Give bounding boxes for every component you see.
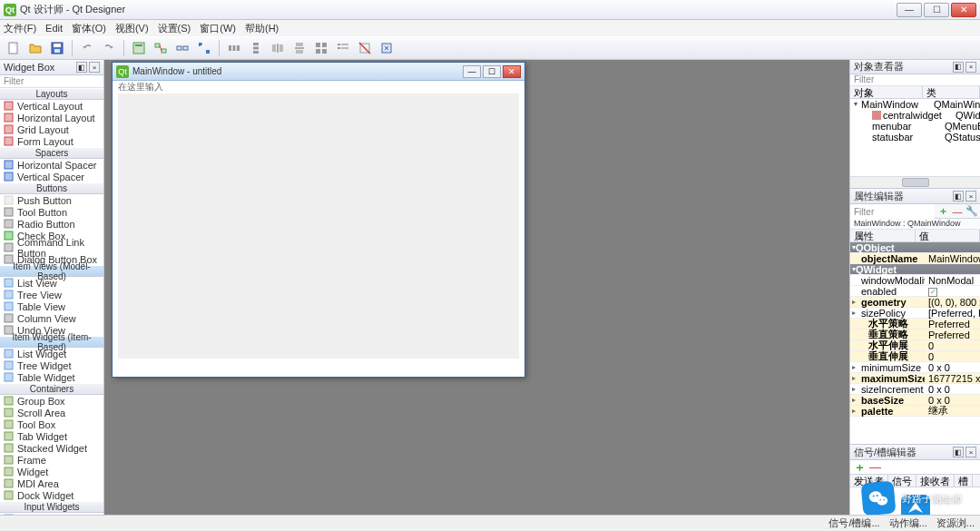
design-max-button[interactable]: ☐ [483, 65, 501, 78]
widget-category[interactable]: Buttons [0, 182, 103, 194]
new-file-button[interactable] [4, 38, 24, 58]
oi-col-class[interactable]: 类 [923, 86, 980, 98]
pe-float-button[interactable]: ◧ [953, 191, 964, 202]
status-tab-resources[interactable]: 资源浏... [936, 516, 975, 530]
widget-item[interactable]: Stacked Widget [0, 442, 103, 454]
remove-signal-button[interactable]: — [869, 460, 881, 474]
save-button[interactable] [47, 38, 67, 58]
object-inspector-filter[interactable]: Filter [850, 74, 980, 86]
menu-item[interactable]: 窗口(W) [200, 22, 236, 35]
se-float-button[interactable]: ◧ [953, 447, 964, 457]
property-row[interactable]: ▸sizeIncrement0 x 0 [850, 384, 980, 395]
oi-close-button[interactable]: × [965, 62, 976, 73]
widget-item[interactable]: Tree View [0, 289, 103, 300]
menu-item[interactable]: 窗体(O) [72, 22, 106, 35]
widget-item[interactable]: Group Box [0, 395, 103, 407]
adjust-size-button[interactable] [377, 38, 397, 58]
design-min-button[interactable]: — [463, 65, 481, 78]
widget-item[interactable]: Grid Layout [0, 123, 103, 135]
signal-col[interactable]: 槽 [955, 475, 973, 487]
close-button[interactable]: ✕ [951, 3, 976, 17]
status-tab-signals[interactable]: 信号/槽编... [828, 516, 879, 530]
layout-grid-button[interactable] [311, 38, 331, 58]
edit-widgets-button[interactable] [129, 38, 149, 58]
property-group[interactable]: ▾QObject [850, 242, 980, 253]
add-signal-button[interactable]: ＋ [854, 459, 866, 476]
widget-item[interactable]: Tree Widget [0, 359, 103, 371]
widget-item[interactable]: MDI Area [0, 477, 103, 489]
se-close-button[interactable]: × [965, 447, 976, 457]
design-window-titlebar[interactable]: Qt MainWindow - untitled — ☐ ✕ [113, 63, 524, 81]
panel-close-button[interactable]: × [89, 62, 100, 73]
object-row[interactable]: menubarQMenuBar [850, 121, 980, 132]
property-row[interactable]: ▸minimumSize0 x 0 [850, 362, 980, 373]
widget-item[interactable]: Push Button [0, 194, 103, 206]
widget-item[interactable]: Vertical Layout [0, 100, 103, 112]
property-filter[interactable]: Filter [850, 205, 935, 218]
undo-button[interactable] [77, 38, 97, 58]
layout-v-button[interactable] [246, 38, 266, 58]
widget-category[interactable]: Layouts [0, 88, 103, 100]
layout-hsplit-button[interactable] [268, 38, 288, 58]
oi-hscroll[interactable] [850, 176, 980, 188]
property-config-button[interactable]: 🔧 [965, 205, 978, 218]
widget-item[interactable]: Table Widget [0, 371, 103, 383]
layout-form-button[interactable] [333, 38, 353, 58]
redo-button[interactable] [99, 38, 119, 58]
oi-col-object[interactable]: 对象 [850, 86, 923, 98]
design-area[interactable]: Qt MainWindow - untitled — ☐ ✕ 在这里输入 [104, 60, 849, 531]
oi-float-button[interactable]: ◧ [953, 62, 964, 73]
widget-category[interactable]: Item Views (Model-Based) [0, 265, 103, 277]
widget-item[interactable]: Tool Box [0, 418, 103, 430]
widget-category[interactable]: Containers [0, 383, 103, 395]
object-row[interactable]: centralwidgetQWidget [850, 110, 980, 121]
widget-item[interactable]: Table View [0, 300, 103, 312]
property-row[interactable]: enabled✓ [850, 286, 980, 297]
open-file-button[interactable] [25, 38, 45, 58]
widget-item[interactable]: Vertical Spacer [0, 171, 103, 182]
menu-item[interactable]: 帮助(H) [245, 22, 279, 35]
edit-signals-button[interactable] [151, 38, 171, 58]
menu-item[interactable]: 设置(S) [158, 22, 191, 35]
layout-vsplit-button[interactable] [289, 38, 309, 58]
property-row[interactable]: 垂直伸展0 [850, 351, 980, 362]
widget-item[interactable]: Tool Button [0, 206, 103, 218]
widget-item[interactable]: Radio Button [0, 218, 103, 230]
property-group[interactable]: ▾QWidget [850, 264, 980, 275]
pe-col-property[interactable]: 属性 [850, 230, 916, 241]
pe-col-value[interactable]: 值 [916, 230, 981, 241]
menu-item[interactable]: 视图(V) [115, 22, 149, 35]
signal-col[interactable]: 信号 [888, 475, 916, 487]
design-window[interactable]: Qt MainWindow - untitled — ☐ ✕ 在这里输入 [112, 62, 525, 378]
widget-box-list[interactable]: LayoutsVertical LayoutHorizontal LayoutG… [0, 88, 103, 531]
property-row[interactable]: ▸geometry[(0, 0), 800 x 6 [850, 297, 980, 308]
design-close-button[interactable]: ✕ [503, 65, 521, 78]
edit-buddies-button[interactable] [172, 38, 192, 58]
design-canvas[interactable] [118, 93, 519, 359]
menubar[interactable]: 文件(F)Edit窗体(O)视图(V)设置(S)窗口(W)帮助(H) [0, 20, 980, 36]
object-row[interactable]: statusbarQStatusBar [850, 132, 980, 143]
widget-item[interactable]: Frame [0, 454, 103, 466]
widget-category[interactable]: Input Widgets [0, 501, 103, 513]
widget-item[interactable]: Tab Widget [0, 430, 103, 442]
status-tab-actions[interactable]: 动作编... [889, 516, 927, 530]
widget-item[interactable]: Widget [0, 466, 103, 477]
widget-category[interactable]: Spacers [0, 147, 103, 159]
signal-col[interactable]: 发送者 [850, 475, 888, 487]
remove-property-button[interactable]: — [951, 205, 964, 218]
widget-item[interactable]: Horizontal Layout [0, 112, 103, 123]
panel-float-button[interactable]: ◧ [76, 62, 87, 73]
design-hint[interactable]: 在这里输入 [113, 81, 524, 93]
add-property-button[interactable]: ＋ [936, 205, 949, 218]
widget-item[interactable]: Command Link Button [0, 241, 103, 253]
widget-box-filter[interactable]: Filter [0, 75, 103, 88]
widget-item[interactable]: Column View [0, 312, 103, 324]
property-row[interactable]: windowModalityNonModal [850, 275, 980, 286]
edit-tab-order-button[interactable]: 1 [194, 38, 214, 58]
maximize-button[interactable]: ☐ [924, 3, 949, 17]
object-tree[interactable]: 对象 类 ▾MainWindowQMainWindowcentralwidget… [850, 86, 980, 176]
widget-item[interactable]: Scroll Area [0, 407, 103, 418]
layout-h-button[interactable] [224, 38, 244, 58]
widget-category[interactable]: Item Widgets (Item-Based) [0, 336, 103, 348]
widget-item[interactable]: Form Layout [0, 135, 103, 147]
